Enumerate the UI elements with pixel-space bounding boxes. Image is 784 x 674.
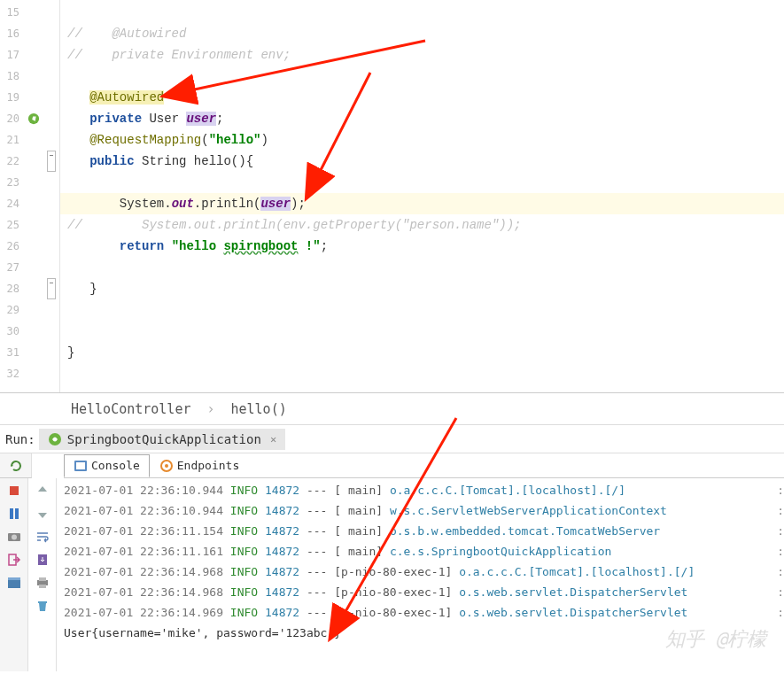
breadcrumb-class[interactable]: HelloController	[71, 401, 190, 417]
wrap-icon[interactable]	[35, 530, 50, 544]
tab-console[interactable]: Console	[64, 454, 150, 477]
svg-rect-19	[39, 585, 46, 588]
fold-column[interactable]	[43, 0, 60, 392]
panel-tabs: Console Endpoints	[64, 453, 784, 478]
svg-rect-10	[15, 508, 19, 519]
exit-icon[interactable]	[7, 553, 21, 567]
tab-endpoints[interactable]: Endpoints	[150, 454, 249, 477]
watermark: 知乎 @柠檬	[665, 626, 767, 653]
svg-point-7	[165, 464, 168, 468]
svg-rect-5	[76, 462, 85, 469]
code-area[interactable]: // @Autowired// private Environment env;…	[60, 0, 784, 392]
console-icon	[74, 459, 88, 473]
svg-rect-20	[38, 601, 47, 603]
svg-rect-8	[10, 486, 19, 495]
code-editor[interactable]: 151617181920212223242526272829303132 // …	[0, 0, 784, 393]
endpoints-icon	[159, 459, 174, 473]
svg-point-12	[12, 535, 17, 540]
spring-icon	[48, 432, 62, 446]
layout-icon[interactable]	[7, 576, 21, 590]
svg-rect-9	[10, 508, 13, 519]
run-label: Run:	[5, 432, 35, 446]
breadcrumb-sep: ›	[206, 401, 214, 417]
pause-icon[interactable]	[7, 507, 21, 521]
up-icon[interactable]	[35, 484, 50, 498]
export-icon[interactable]	[35, 553, 50, 567]
breadcrumb[interactable]: HelloController › hello()	[0, 393, 784, 425]
svg-rect-15	[8, 577, 20, 580]
breadcrumb-method[interactable]: hello()	[231, 401, 287, 417]
run-left-toolbar	[0, 478, 28, 671]
down-icon[interactable]	[35, 507, 50, 521]
console-toolbar	[28, 478, 57, 671]
print-icon[interactable]	[35, 576, 50, 590]
run-config-tab[interactable]: SpringbootQuickApplication ✕	[39, 429, 285, 450]
stop-icon[interactable]	[7, 484, 21, 498]
camera-icon[interactable]	[7, 530, 21, 544]
trash-icon[interactable]	[35, 599, 50, 613]
line-number-gutter: 151617181920212223242526272829303132	[0, 0, 25, 392]
rerun-icon[interactable]	[9, 459, 23, 473]
svg-rect-18	[39, 577, 46, 581]
run-tab-label: SpringbootQuickApplication	[67, 432, 261, 446]
gutter-icons	[25, 0, 43, 392]
close-icon[interactable]: ✕	[270, 433, 276, 445]
run-toolwindow-header: Run: SpringbootQuickApplication ✕	[0, 425, 784, 453]
